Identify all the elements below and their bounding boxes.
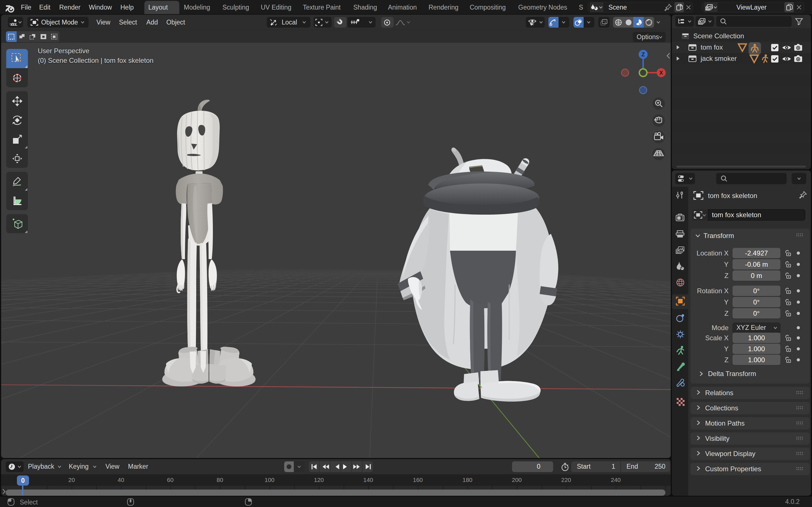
svg-text:Z: Z [642,51,645,57]
svg-text:X: X [659,69,663,76]
